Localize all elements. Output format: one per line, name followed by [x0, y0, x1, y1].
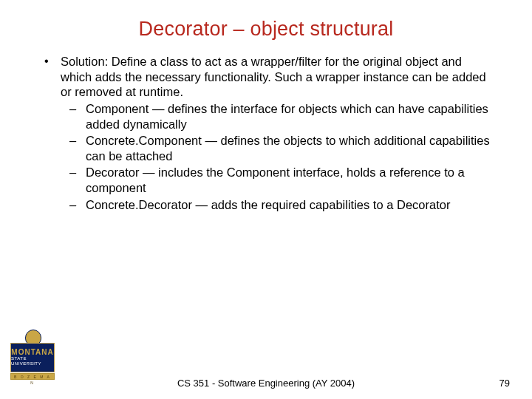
slide: Decorator – object structural Solution: … [0, 0, 532, 399]
logo-line1: MONTANA [11, 349, 53, 356]
sub-concrete-component: Concrete.Component — defines the objects… [86, 133, 491, 163]
outer-list: Solution: Define a class to act as a wra… [41, 54, 491, 212]
sub-concrete-decorator: Concrete.Decorator — adds the required c… [86, 197, 491, 213]
slide-title: Decorator – object structural [0, 0, 532, 54]
sub-component: Component — defines the interface for ob… [86, 101, 491, 132]
footer-course: CS 351 - Software Engineering (AY 2004) [0, 378, 532, 389]
logo-line2: STATE UNIVERSITY [11, 356, 54, 366]
bullet-solution: Solution: Define a class to act as a wra… [61, 54, 491, 212]
footer-page-number: 79 [499, 378, 510, 389]
footer: MONTANA STATE UNIVERSITY B O Z E M A N C… [0, 344, 532, 389]
inner-list: Component — defines the interface for ob… [61, 101, 491, 212]
bullet-lead-text: Solution: Define a class to act as a wra… [61, 55, 486, 98]
sub-decorator: Decorator — includes the Component inter… [86, 165, 491, 195]
logo-box: MONTANA STATE UNIVERSITY [10, 343, 55, 372]
slide-body: Solution: Define a class to act as a wra… [0, 54, 532, 212]
university-logo: MONTANA STATE UNIVERSITY B O Z E M A N [10, 331, 55, 372]
